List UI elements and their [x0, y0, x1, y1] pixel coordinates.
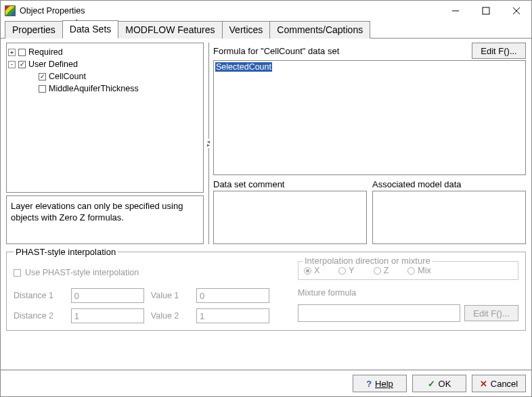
right-column: Formula for "CellCount" data set Edit F(… — [213, 43, 526, 244]
v1-input[interactable] — [196, 288, 269, 303]
tree-row-user-defined[interactable]: - User Defined — [8, 58, 202, 70]
radio-z[interactable]: Z — [374, 266, 389, 275]
checkbox[interactable] — [39, 73, 46, 80]
splitter[interactable]: ◄► — [206, 43, 210, 244]
radio-y[interactable]: Y — [338, 266, 354, 275]
tab-modflow-features[interactable]: MODFLOW Features — [118, 21, 222, 39]
expander-icon[interactable]: + — [8, 49, 16, 56]
tab-data-sets[interactable]: Data Sets — [62, 20, 118, 39]
v2-input[interactable] — [196, 308, 269, 323]
close-button[interactable] — [501, 1, 531, 21]
x-icon: ✕ — [480, 379, 487, 389]
assoc-label: Associated model data — [372, 179, 526, 189]
tree-label: CellCount — [49, 70, 86, 83]
checkbox[interactable] — [14, 269, 21, 277]
client-area: + Required - User Defined CellCount — [1, 39, 531, 369]
tree-label: User Defined — [28, 58, 78, 70]
expander-icon[interactable]: - — [8, 61, 16, 68]
hint-box: Layer elevations can only be specified u… — [6, 195, 204, 244]
interp-dir-legend: Interpolation direction or mixture — [303, 256, 433, 266]
edit-formula-button[interactable]: Edit F()... — [472, 43, 526, 59]
cancel-label: Cancel — [491, 379, 518, 389]
left-column: + Required - User Defined CellCount — [6, 43, 204, 244]
svg-rect-0 — [483, 7, 489, 14]
formula-selected-text: SelectedCount — [215, 62, 272, 72]
radio-mix[interactable]: Mix — [407, 266, 430, 275]
v1-label: Value 1 — [151, 291, 191, 300]
question-icon: ? — [366, 379, 372, 389]
comment-textarea[interactable] — [213, 191, 367, 244]
tab-comments-captions[interactable]: Comments/Captions — [269, 21, 370, 39]
tree-row-middleaquiferthickness[interactable]: MiddleAquiferThickness — [8, 83, 202, 95]
radio-x[interactable]: X — [304, 266, 319, 275]
window-title: Object Properties — [20, 6, 85, 16]
v2-label: Value 2 — [151, 311, 191, 321]
checkbox[interactable] — [39, 85, 46, 93]
help-label: Help — [375, 379, 393, 389]
tab-vertices[interactable]: Vertices — [222, 21, 271, 39]
interp-direction-group: Interpolation direction or mixture X Y Z… — [298, 261, 518, 280]
dataset-tree[interactable]: + Required - User Defined CellCount — [6, 43, 204, 193]
check-icon: ✓ — [428, 379, 435, 389]
ok-label: OK — [439, 379, 451, 389]
mixture-formula-box[interactable] — [298, 304, 460, 322]
tree-row-cellcount[interactable]: CellCount — [8, 70, 202, 83]
d1-input[interactable] — [71, 288, 144, 303]
ok-button[interactable]: ✓ OK — [412, 375, 466, 392]
formula-textarea[interactable]: SelectedCount — [213, 60, 526, 175]
checkbox[interactable] — [18, 61, 26, 68]
button-bar: ? Help ✓ OK ✕ Cancel — [1, 369, 531, 396]
d2-input[interactable] — [71, 308, 144, 323]
tree-label: Required — [28, 46, 63, 58]
mixture-edit-button[interactable]: Edit F()... — [464, 305, 518, 321]
tab-strip: Properties Data Sets MODFLOW Features Ve… — [1, 21, 531, 39]
comment-label: Data set comment — [213, 179, 367, 189]
tree-row-required[interactable]: + Required — [8, 46, 202, 58]
tree-label: MiddleAquiferThickness — [49, 83, 139, 95]
d1-label: Distance 1 — [14, 291, 66, 300]
formula-label: Formula for "CellCount" data set — [213, 46, 472, 56]
help-button[interactable]: ? Help — [353, 375, 407, 392]
upper-row: + Required - User Defined CellCount — [6, 43, 526, 244]
mixture-label: Mixture formula — [298, 288, 518, 298]
phast-group: PHAST-style interpolation Use PHAST-styl… — [6, 247, 526, 331]
use-phast-label: Use PHAST-style interpolation — [25, 268, 139, 277]
cancel-button[interactable]: ✕ Cancel — [472, 375, 526, 392]
minimize-button[interactable] — [440, 1, 470, 21]
tab-properties[interactable]: Properties — [5, 21, 63, 39]
use-phast-checkbox[interactable]: Use PHAST-style interpolation — [14, 268, 271, 277]
app-icon — [5, 5, 16, 16]
phast-legend: PHAST-style interpolation — [14, 247, 118, 257]
assoc-textarea[interactable] — [372, 191, 526, 244]
d2-label: Distance 2 — [14, 311, 66, 321]
titlebar: Object Properties — [1, 1, 531, 21]
maximize-button[interactable] — [470, 1, 501, 21]
checkbox[interactable] — [18, 49, 26, 56]
